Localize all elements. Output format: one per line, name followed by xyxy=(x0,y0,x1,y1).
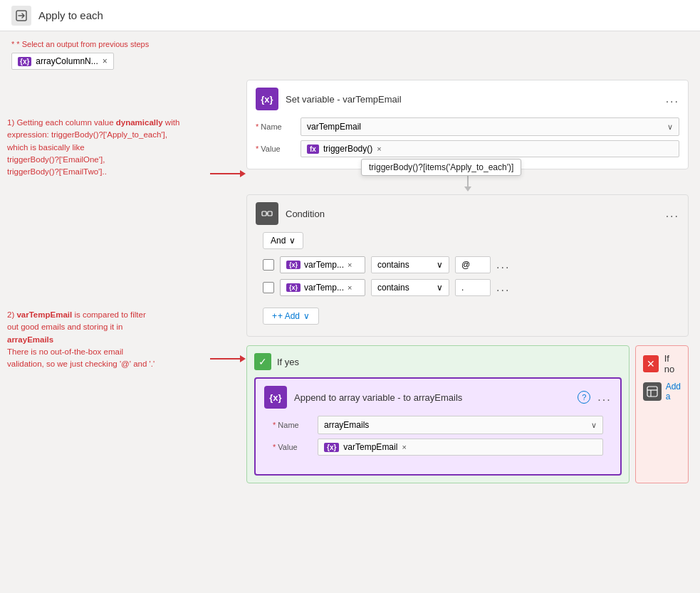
condition-icon xyxy=(256,202,278,225)
annotation-1-arrow xyxy=(210,170,246,177)
append-fx-icon: {x} xyxy=(324,443,339,452)
chip-fx-icon: {x} xyxy=(18,57,31,66)
cond-chip-close-1[interactable]: × xyxy=(348,261,352,269)
append-array-card: {x} Append to array variable - to arrayE… xyxy=(254,377,622,476)
name-chevron-icon: ∨ xyxy=(667,122,673,132)
select-output-label: * * Select an output from previous steps xyxy=(11,40,689,48)
add-action-area: Add a xyxy=(643,382,681,402)
condition-row-1-more[interactable]: ... xyxy=(496,258,510,271)
condition-operator-2[interactable]: contains ∨ xyxy=(371,279,449,296)
condition-card: Condition ... And ∨ {x} varTemp... × con… xyxy=(246,194,689,337)
append-name-row: * Name arrayEmails ∨ xyxy=(273,416,603,434)
flow-connector-1 xyxy=(464,175,471,191)
svg-rect-4 xyxy=(647,387,657,397)
chip-label: arrayColumnN... xyxy=(36,56,98,66)
cond-chip-label-1: varTemp... xyxy=(304,260,344,270)
annotation-1: 1) Getting each column value dynamically… xyxy=(7,117,179,178)
append-value-chip[interactable]: {x} varTempEmail × xyxy=(318,439,603,456)
add-chevron-icon: ∨ xyxy=(303,311,310,321)
append-array-card-header: {x} Append to array variable - to arrayE… xyxy=(264,386,612,409)
value-chip-field[interactable]: fx triggerBody() × xyxy=(301,140,679,157)
append-name-value[interactable]: arrayEmails ∨ xyxy=(318,416,603,434)
append-value-row: * Value {x} varTempEmail × xyxy=(273,439,603,456)
append-name-chevron: ∨ xyxy=(591,421,597,430)
operator-chevron-2: ∨ xyxy=(437,283,443,293)
if-yes-panel: ✓ If yes {x} Append to array variable - … xyxy=(246,345,630,483)
name-field-row: * Name varTempEmail ∨ xyxy=(256,117,679,136)
append-name-label: * Name xyxy=(273,421,312,429)
flow-area: {x} Set variable - varTempEmail ... * Na… xyxy=(246,80,689,483)
condition-checkbox-1[interactable] xyxy=(263,259,274,271)
var-temp-icon-2: {x} xyxy=(286,283,301,292)
add-label: + Add xyxy=(278,311,300,321)
help-circle-icon: ? xyxy=(578,391,590,404)
condition-title: Condition xyxy=(286,209,659,219)
if-no-label: If no xyxy=(664,353,681,374)
if-no-header: ✕ If no xyxy=(643,353,681,374)
append-value-label: * Value xyxy=(273,443,312,451)
add-action-button[interactable]: Add a xyxy=(666,382,681,402)
set-variable-card: {x} Set variable - varTempEmail ... * Na… xyxy=(246,80,689,169)
condition-checkbox-2[interactable] xyxy=(263,282,274,293)
condition-chip-2[interactable]: {x} varTemp... × xyxy=(280,279,365,296)
if-yes-header: ✓ If yes xyxy=(254,353,622,370)
array-column-chip[interactable]: {x} arrayColumnN... × xyxy=(11,53,114,70)
add-icon: + xyxy=(272,311,277,321)
condition-more-button[interactable]: ... xyxy=(666,207,679,220)
operator-chevron-1: ∨ xyxy=(437,260,443,270)
if-no-icon: ✕ xyxy=(643,355,659,372)
and-dropdown[interactable]: And ∨ xyxy=(263,232,303,249)
tooltip-bubble: triggerBody()?[items('Apply_to_each')] xyxy=(361,159,521,176)
if-no-panel: ✕ If no Add a xyxy=(635,345,689,483)
condition-value-1[interactable]: @ xyxy=(455,256,491,273)
page-title: Apply to each xyxy=(38,9,103,21)
output-chip-row: {x} arrayColumnN... × xyxy=(11,53,689,70)
condition-value-2[interactable]: . xyxy=(455,279,491,296)
add-condition-button[interactable]: + + Add ∨ xyxy=(263,308,319,325)
set-variable-title: Set variable - varTempEmail xyxy=(286,94,659,105)
svg-rect-2 xyxy=(268,211,272,216)
value-field-row: * Value fx triggerBody() × xyxy=(256,140,679,157)
var-temp-icon-1: {x} xyxy=(286,261,301,269)
condition-operator-1[interactable]: contains ∨ xyxy=(371,256,449,273)
value-label: * Value xyxy=(256,145,295,153)
set-variable-icon: {x} xyxy=(256,88,278,110)
svg-rect-1 xyxy=(262,211,266,216)
chip-close-button[interactable]: × xyxy=(103,56,108,66)
value-chip-close-button[interactable]: × xyxy=(377,145,381,153)
header-bar: Apply to each xyxy=(0,0,700,31)
if-yes-icon: ✓ xyxy=(254,353,271,370)
condition-row-2: {x} varTemp... × contains ∨ . ... xyxy=(263,279,679,296)
set-variable-more-button[interactable]: ... xyxy=(666,93,679,105)
append-array-icon: {x} xyxy=(264,386,287,409)
cond-chip-label-2: varTemp... xyxy=(304,283,344,293)
name-value-field[interactable]: varTempEmail ∨ xyxy=(301,117,679,136)
condition-row-1: {x} varTemp... × contains ∨ @ ... xyxy=(263,256,679,273)
condition-chip-1[interactable]: {x} varTemp... × xyxy=(280,256,365,273)
bottom-split: ✓ If yes {x} Append to array variable - … xyxy=(246,345,689,483)
append-array-body: * Name arrayEmails ∨ * Value {x} varTemp… xyxy=(264,416,612,467)
cond-chip-close-2[interactable]: × xyxy=(348,283,352,292)
append-array-title: Append to array variable - to arrayEmail… xyxy=(294,392,570,403)
annotation-2: 2) varTempEmail is compared to filter ou… xyxy=(7,309,155,370)
name-label: * Name xyxy=(256,122,295,131)
condition-row-2-more[interactable]: ... xyxy=(496,281,510,294)
loop-icon xyxy=(11,6,31,26)
fx-icon: fx xyxy=(307,145,319,154)
append-value-chip-close[interactable]: × xyxy=(402,443,406,451)
and-chevron-icon: ∨ xyxy=(289,236,296,246)
append-array-more-button[interactable]: ... xyxy=(597,391,611,404)
condition-card-header: Condition ... xyxy=(256,202,679,225)
if-yes-label: If yes xyxy=(277,357,299,367)
set-variable-card-header: {x} Set variable - varTempEmail ... xyxy=(247,80,688,117)
main-area: * * Select an output from previous steps… xyxy=(0,31,700,492)
annotation-2-arrow xyxy=(210,355,246,362)
add-action-table-icon xyxy=(643,382,662,401)
